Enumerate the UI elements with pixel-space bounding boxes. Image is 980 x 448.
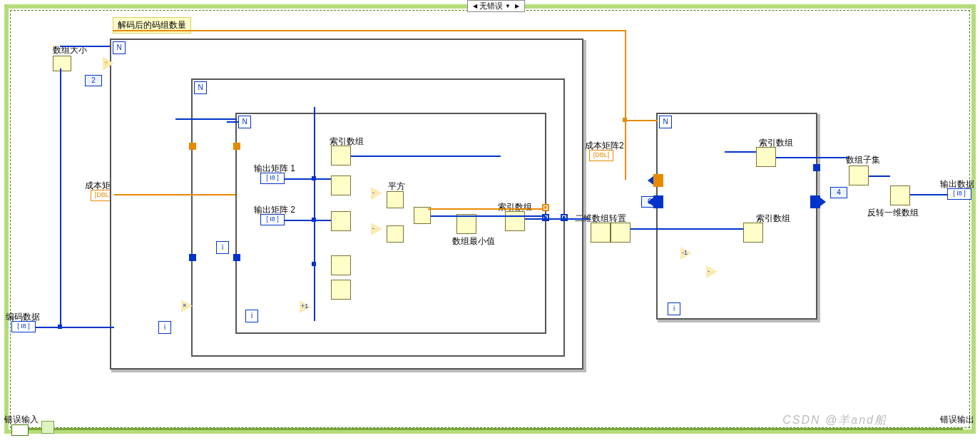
shift-right-1 <box>810 195 820 208</box>
node-idx-1c[interactable] <box>331 211 351 231</box>
w-f <box>351 156 501 157</box>
wire-to-N <box>60 46 110 47</box>
node-sq-1[interactable] <box>387 191 404 208</box>
ctrl-cost-matrix-2[interactable]: [DBL] <box>589 150 613 161</box>
middle-N: N <box>194 81 207 94</box>
for-loop-right <box>656 113 817 320</box>
tun-or-2 <box>233 143 240 150</box>
w-or-a <box>114 194 235 195</box>
node-idx-right-2[interactable] <box>743 223 763 243</box>
dot-l1 <box>58 325 62 329</box>
node-idx-r[interactable] <box>505 211 525 231</box>
w-i <box>631 228 743 230</box>
watermark: CSDN @羊and船 <box>782 413 887 428</box>
inner-i: i <box>245 310 258 322</box>
op-sub-r[interactable]: - <box>706 265 718 278</box>
case-selector[interactable]: ◀ 无错误 ▼ ▶ <box>467 0 525 12</box>
label-error-out: 错误输出 <box>940 414 974 426</box>
tun-auto-or <box>542 204 549 211</box>
op-sub-a[interactable]: - <box>371 187 382 200</box>
op-mul[interactable]: × <box>181 300 193 312</box>
node-idx-right-1[interactable] <box>756 147 776 167</box>
node-transpose-2[interactable] <box>611 223 631 243</box>
wire-dc-down <box>625 30 626 180</box>
middle-i: i <box>216 241 229 254</box>
right-N: N <box>659 116 672 128</box>
label-array-subset: 数组子集 <box>846 154 880 166</box>
tun-or-1 <box>189 143 196 150</box>
node-sq-2[interactable] <box>387 225 404 243</box>
ind-output-data[interactable]: [ I8 ] <box>947 188 971 200</box>
outer-N: N <box>113 41 126 54</box>
node-subset[interactable] <box>849 166 869 185</box>
dot-a <box>312 176 316 180</box>
node-idx-1b[interactable] <box>331 175 351 195</box>
tun-blue-1 <box>189 254 196 261</box>
op-div[interactable]: ÷ <box>103 57 114 70</box>
w-h <box>525 218 589 220</box>
const-4: 4 <box>830 187 847 198</box>
node-transpose-1[interactable] <box>591 223 611 243</box>
shift-left-or <box>653 174 663 187</box>
err-tunnel <box>41 421 54 434</box>
w-k <box>776 157 847 158</box>
node-min[interactable] <box>456 214 476 234</box>
tun-blue-2 <box>233 254 240 261</box>
ctrl-error-in[interactable] <box>11 424 29 436</box>
wire-dc-right <box>625 120 658 121</box>
right-i: i <box>668 302 680 315</box>
w-g <box>431 215 545 217</box>
w-e <box>284 220 331 221</box>
node-idx-1[interactable] <box>331 146 351 166</box>
op-sub-b[interactable]: - <box>371 223 382 235</box>
w-or-b <box>428 208 542 210</box>
wire-dc-top <box>113 30 626 31</box>
case-next[interactable]: ▶ <box>513 3 521 9</box>
node-idx-1d[interactable] <box>331 255 351 275</box>
tun-right-out <box>813 164 820 171</box>
op-add1[interactable]: +1 <box>300 300 311 313</box>
node-array-size[interactable] <box>53 56 71 71</box>
dot-or-1 <box>623 118 627 122</box>
case-label: 无错误 <box>479 1 503 11</box>
wire-out <box>910 194 947 195</box>
dot-b <box>312 218 316 222</box>
w-l <box>869 175 890 177</box>
ctrl-out-matrix-1[interactable]: [ I8 ] <box>260 173 285 184</box>
label-reverse-1d: 反转一维数组 <box>867 207 919 219</box>
w-d <box>284 178 331 180</box>
w-c <box>314 107 315 321</box>
shift-left-1 <box>653 195 663 208</box>
case-drop[interactable]: ▼ <box>503 3 513 9</box>
w-a <box>175 118 237 120</box>
inner-N: N <box>238 116 251 128</box>
ctrl-encoded-data[interactable]: [ I8 ] <box>11 321 36 332</box>
node-reverse[interactable] <box>890 185 910 205</box>
wire-err <box>29 428 963 430</box>
case-prev[interactable]: ◀ <box>471 3 479 9</box>
wire-left-trunk <box>60 68 61 327</box>
ctrl-out-matrix-2[interactable]: [ I8 ] <box>260 214 285 225</box>
label-array-min: 数组最小值 <box>452 235 495 248</box>
wire-enc <box>36 327 114 328</box>
w-j <box>725 151 756 153</box>
node-idx-1e[interactable] <box>331 280 351 300</box>
const-2a: 2 <box>85 75 102 86</box>
tun-auto-2 <box>561 214 568 221</box>
w-b <box>227 121 238 123</box>
outer-i: i <box>158 321 171 334</box>
op-dec[interactable]: -1 <box>680 247 692 260</box>
dot-c <box>312 262 316 266</box>
